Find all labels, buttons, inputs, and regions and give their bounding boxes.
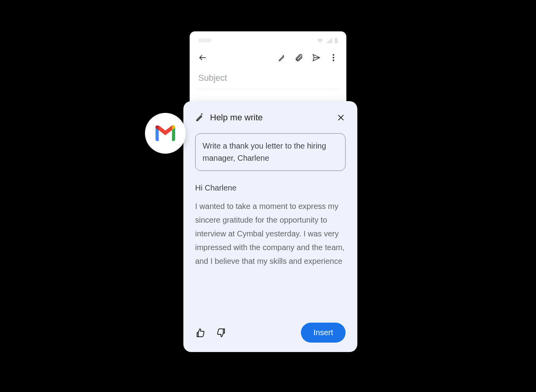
gmail-logo-badge: [145, 113, 186, 154]
compose-toolbar: [198, 53, 338, 62]
generated-output: Hi Charlene I wanted to take a moment to…: [195, 183, 346, 316]
compose-card: Subject: [190, 31, 346, 102]
more-icon[interactable]: [329, 53, 338, 62]
gmail-icon: [154, 125, 177, 142]
status-icons: [317, 38, 338, 43]
subject-field[interactable]: Subject: [198, 73, 338, 89]
svg-point-5: [333, 57, 334, 58]
status-pill: [198, 38, 212, 42]
wifi-icon: [317, 38, 324, 43]
svg-point-4: [333, 54, 334, 56]
help-me-write-panel: Help me write Write a thank you letter t…: [183, 101, 357, 352]
prompt-input[interactable]: Write a thank you letter to the hiring m…: [195, 133, 346, 171]
panel-title: Help me write: [210, 113, 263, 123]
magic-pen-icon: [195, 112, 205, 123]
back-arrow-icon[interactable]: [198, 53, 207, 62]
close-icon[interactable]: [336, 113, 346, 122]
fade-overlay: [195, 288, 346, 316]
signal-icon: [326, 38, 332, 43]
attachment-icon[interactable]: [295, 53, 303, 62]
magic-pen-icon[interactable]: [277, 53, 286, 62]
status-bar: [198, 37, 338, 44]
battery-icon: [335, 38, 338, 43]
output-body: I wanted to take a moment to express my …: [195, 200, 346, 268]
svg-rect-1: [335, 38, 337, 38]
thumbs-down-icon[interactable]: [216, 328, 226, 338]
output-greeting: Hi Charlene: [195, 183, 346, 192]
insert-button[interactable]: Insert: [301, 323, 346, 343]
svg-point-6: [333, 60, 334, 61]
svg-rect-0: [335, 38, 338, 43]
send-icon[interactable]: [312, 53, 321, 62]
thumbs-up-icon[interactable]: [195, 328, 205, 338]
